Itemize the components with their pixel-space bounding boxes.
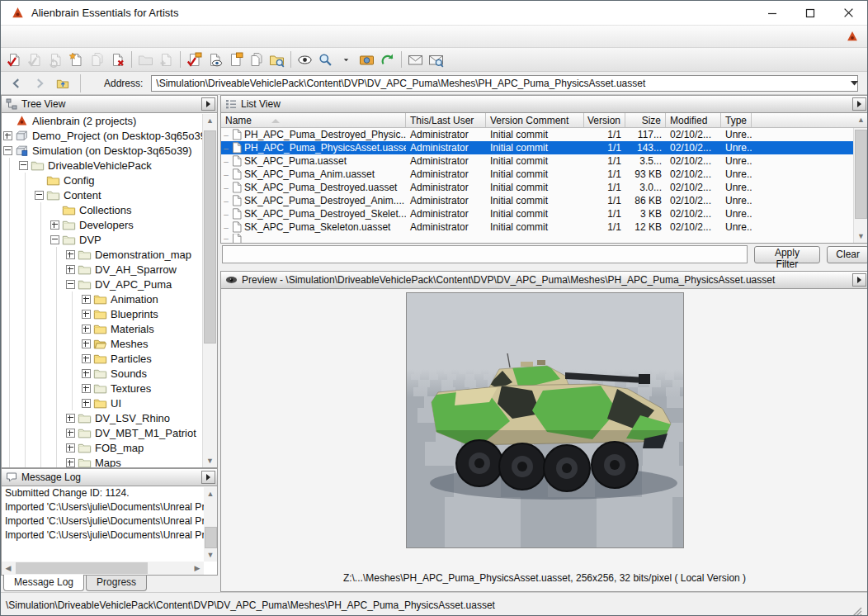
- tree-item[interactable]: DV_AH_Sparrow: [2, 262, 217, 277]
- address-dropdown-icon[interactable]: [847, 76, 861, 91]
- tree-item[interactable]: Materials: [2, 321, 217, 336]
- tree-item[interactable]: Maps: [2, 455, 217, 468]
- tree-item[interactable]: DV_LSV_Rhino: [2, 410, 217, 425]
- tree-item[interactable]: FOB_map: [2, 440, 217, 455]
- expand-icon[interactable]: [64, 429, 76, 438]
- expand-icon[interactable]: [49, 220, 60, 230]
- tree-item[interactable]: Alienbrain (2 projects): [2, 113, 217, 128]
- expand-icon[interactable]: [80, 384, 92, 393]
- maximize-icon[interactable]: [791, 1, 829, 25]
- browse-find-icon[interactable]: [267, 50, 287, 70]
- tree-item[interactable]: DV_APC_Puma: [2, 277, 217, 291]
- tab-message-log[interactable]: Message Log: [3, 575, 84, 591]
- scroll-down-icon[interactable]: ▼: [203, 454, 217, 467]
- expand-icon[interactable]: [64, 443, 76, 453]
- back-icon[interactable]: [7, 74, 26, 92]
- table-row[interactable]: –SK_APC_Puma_Skeleton.uassetAdministrato…: [221, 220, 868, 234]
- column-header-name[interactable]: Name: [221, 113, 406, 127]
- expand-icon[interactable]: [64, 458, 76, 467]
- import-file-icon[interactable]: [66, 50, 87, 70]
- column-header-version[interactable]: Version: [584, 113, 625, 127]
- clear-filter-button[interactable]: Clear: [827, 246, 868, 263]
- undo-check-out-icon[interactable]: [45, 50, 66, 70]
- edit-properties-icon[interactable]: [225, 50, 246, 70]
- add-file-icon[interactable]: [156, 50, 177, 70]
- tree-item[interactable]: Simulation (on Desktop-3q65o39): [2, 143, 217, 158]
- message-log-arrow-icon[interactable]: [201, 471, 215, 484]
- tree-item[interactable]: Collections: [2, 202, 217, 217]
- tree-item[interactable]: Config: [2, 173, 217, 187]
- expand-icon[interactable]: [80, 339, 92, 348]
- table-row[interactable]: –SK_APC_Puma_Destroyed_Anim....Administr…: [221, 194, 868, 207]
- tree-item[interactable]: UI: [2, 396, 217, 410]
- message-log-hscrollbar[interactable]: ◀ ▶: [2, 562, 204, 575]
- collapse-icon[interactable]: [2, 146, 13, 155]
- expand-icon[interactable]: [80, 369, 92, 378]
- check-in-all-icon[interactable]: [184, 50, 205, 70]
- expand-icon[interactable]: [80, 399, 92, 408]
- tree-item[interactable]: Developers: [2, 217, 217, 232]
- refresh-view-icon[interactable]: [377, 50, 398, 70]
- list-scrollbar[interactable]: ▲ ▼: [853, 128, 868, 243]
- expand-icon[interactable]: [80, 295, 92, 304]
- preview-eye-icon[interactable]: [295, 50, 315, 70]
- table-row[interactable]: –PH_APC_Puma_PhysicsAsset.uassetAdminist…: [221, 141, 868, 154]
- expand-icon[interactable]: [80, 310, 92, 319]
- tree-item[interactable]: Content: [2, 187, 217, 202]
- column-header-type[interactable]: Type: [721, 113, 752, 127]
- copy-files-icon[interactable]: [246, 50, 267, 70]
- tree-scroll-thumb[interactable]: [204, 130, 216, 344]
- scroll-down-icon[interactable]: ▼: [204, 548, 217, 562]
- tree-item[interactable]: Particles: [2, 351, 217, 366]
- column-header-size[interactable]: Size: [625, 113, 666, 127]
- table-row-partial[interactable]: –: [221, 234, 868, 243]
- zoom-dropdown-icon[interactable]: [336, 50, 356, 70]
- collapse-icon[interactable]: [64, 280, 76, 289]
- expand-icon[interactable]: [2, 131, 13, 140]
- tab-progress[interactable]: Progress: [86, 576, 147, 591]
- table-row[interactable]: –SK_APC_Puma_Destroyed_Skelet...Administ…: [221, 207, 868, 220]
- address-input[interactable]: [151, 75, 858, 92]
- tree-item[interactable]: Sounds: [2, 366, 217, 381]
- table-row[interactable]: –PH_APC_Puma_Destroyed_Physic...Administ…: [221, 128, 868, 141]
- tree-item[interactable]: Animation: [2, 291, 217, 306]
- tree-item[interactable]: DVP: [2, 232, 217, 247]
- list-scroll-thumb[interactable]: [855, 130, 867, 219]
- tree-item[interactable]: Demo_Project (on Desktop-3q65o39): [2, 128, 217, 143]
- resize-grip-icon[interactable]: [851, 605, 862, 616]
- scroll-left-icon[interactable]: ◀: [2, 562, 15, 575]
- collapse-icon[interactable]: [33, 191, 45, 200]
- message-scroll-thumb[interactable]: [205, 527, 217, 548]
- tree-item[interactable]: Blueprints: [2, 306, 217, 321]
- zoom-icon[interactable]: [315, 50, 336, 70]
- tree-item[interactable]: Meshes: [2, 336, 217, 351]
- scroll-up-icon[interactable]: ▲: [854, 113, 868, 126]
- minimize-icon[interactable]: [753, 1, 791, 25]
- expand-icon[interactable]: [64, 265, 76, 274]
- open-folder-icon[interactable]: [135, 50, 156, 70]
- scroll-down-icon[interactable]: ▼: [854, 230, 868, 243]
- expand-icon[interactable]: [80, 354, 92, 363]
- check-out-file-icon[interactable]: [25, 50, 45, 70]
- column-header-this-last-user[interactable]: This/Last User: [406, 113, 486, 127]
- table-row[interactable]: –SK_APC_Puma_Anim.uassetAdministratorIni…: [221, 168, 868, 181]
- tree-item[interactable]: Textures: [2, 381, 217, 396]
- filter-input[interactable]: [222, 245, 748, 263]
- table-row[interactable]: –SK_APC_Puma.uassetAdministratorInitial …: [221, 154, 868, 168]
- expand-icon[interactable]: [64, 250, 76, 259]
- column-header-version-comment[interactable]: Version Comment: [486, 113, 584, 127]
- send-mail-icon[interactable]: [405, 50, 426, 70]
- tree-panel-arrow-icon[interactable]: [201, 97, 215, 111]
- preview-panel-arrow-icon[interactable]: [852, 273, 866, 287]
- apply-filter-button[interactable]: Apply Filter: [754, 246, 821, 263]
- expand-icon[interactable]: [80, 325, 92, 334]
- column-header-modified[interactable]: Modified: [666, 113, 721, 127]
- message-hscroll-thumb[interactable]: [16, 562, 148, 574]
- search-mail-icon[interactable]: [426, 50, 446, 70]
- collapse-icon[interactable]: [49, 235, 60, 244]
- delete-file-icon[interactable]: [107, 50, 128, 70]
- close-icon[interactable]: [829, 1, 867, 25]
- scroll-right-icon[interactable]: ▶: [191, 562, 204, 575]
- tree-item[interactable]: Demonstration_map: [2, 247, 217, 262]
- scroll-up-icon[interactable]: ▲: [203, 114, 217, 127]
